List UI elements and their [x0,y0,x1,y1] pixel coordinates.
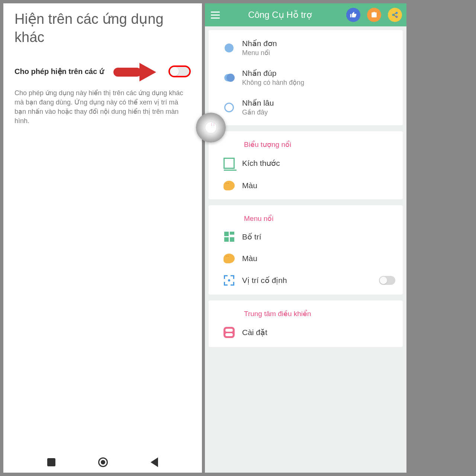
header-title: Công Cụ Hỗ trợ [218,10,342,20]
double-tap-icon [224,73,234,83]
settings-permission-screen: Hiện trên các ứng dụng khác Cho phép hiệ… [3,3,202,473]
arrow-annotation-icon [113,61,158,85]
single-tap-icon [225,44,234,52]
grid-icon [224,232,234,242]
fixed-position-toggle[interactable] [379,276,395,285]
share-icon[interactable] [388,8,402,22]
home-button[interactable] [98,457,108,467]
fixed-position-item[interactable]: Vị trí cố định [209,269,403,292]
floating-icon-section-header: Biểu tượng nổi [209,134,403,152]
control-center-section-header: Trung tâm điều khiển [209,303,403,321]
palette-icon [223,181,235,190]
color-item[interactable]: Màu [209,175,403,196]
svg-point-2 [396,12,398,14]
svg-line-5 [394,13,396,15]
long-press-icon [224,103,234,112]
thumbs-up-icon[interactable] [346,8,360,22]
resize-icon [223,158,235,169]
page-title: Hiện trên các ứng dụng khác [15,10,191,47]
android-nav-bar [3,457,202,467]
double-tap-item[interactable]: Nhấn đúp Không có hành động [209,63,403,93]
settings-item[interactable]: Cài đặt [209,321,403,344]
settings-toggle-icon [223,327,235,338]
single-tap-item[interactable]: Nhấn đơn Menu nổi [209,33,403,63]
palette-icon [223,254,235,263]
svg-rect-0 [113,68,141,77]
long-press-item[interactable]: Nhấn lâu Gần đây [209,93,403,122]
focus-icon [224,275,234,286]
svg-line-6 [394,15,396,16]
svg-marker-1 [139,63,156,81]
assistive-touch-floating-button[interactable] [196,113,226,142]
layout-item[interactable]: Bố trí [209,226,403,248]
assistive-tool-screen: Công Cụ Hỗ trợ Nhấn đơn Menu nổi [205,3,406,473]
back-button[interactable] [151,457,158,467]
size-item[interactable]: Kích thước [209,152,403,175]
menu-color-item[interactable]: Màu [209,248,403,269]
app-header: Công Cụ Hỗ trợ [205,3,406,26]
overlay-permission-toggle[interactable] [168,65,191,77]
svg-point-4 [396,16,398,18]
permission-description: Cho phép ứng dụng này hiển thị trên các … [15,89,191,126]
recent-apps-button[interactable] [47,458,55,466]
overlay-permission-label: Cho phép hiện trên các ứ [15,67,104,76]
svg-point-3 [392,14,394,16]
floating-menu-section-header: Menu nổi [209,208,403,226]
notes-icon[interactable] [367,8,381,22]
